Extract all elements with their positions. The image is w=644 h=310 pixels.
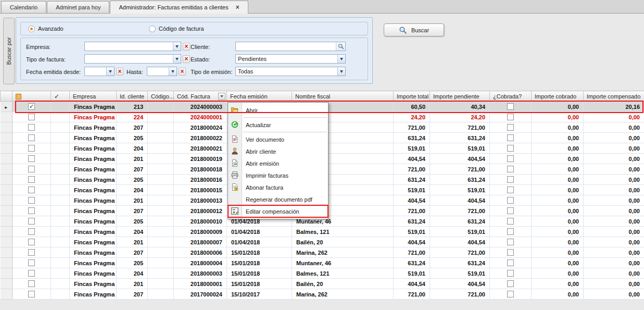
header-importe-cobrado[interactable]: Importe cobrado <box>532 91 584 102</box>
cell-cobrada[interactable] <box>490 247 532 258</box>
row-select-checkbox[interactable] <box>28 114 35 120</box>
row-select-cell[interactable] <box>12 268 51 279</box>
cobrada-checkbox[interactable] <box>507 228 514 235</box>
header-nombre-fiscal[interactable]: Nombre fiscal <box>292 91 394 102</box>
cell-cobrada[interactable] <box>490 258 532 268</box>
header-importe-compensado[interactable]: Importe compensado <box>584 91 644 102</box>
cobrada-checkbox[interactable] <box>507 270 514 277</box>
buscar-por-sidebar[interactable]: Buscar por <box>3 18 15 84</box>
radio-codigo-factura[interactable] <box>149 26 156 32</box>
menu-item-editar-compensación[interactable]: Editar compensación <box>228 205 328 217</box>
table-row[interactable]: Fincas Pragma201201800000701/04/2018Bail… <box>1 237 644 247</box>
table-row[interactable]: Fincas Pragma207201800000615/01/2018Mari… <box>1 247 644 258</box>
tipo-emision-combo[interactable]: Todas <box>235 67 346 76</box>
row-selector-cell[interactable] <box>1 216 12 227</box>
hasta-clear-button[interactable]: × <box>179 68 186 76</box>
cell-cobrada[interactable] <box>490 143 532 154</box>
tab-adminet-para-hoy[interactable]: Adminet para hoy <box>47 1 109 13</box>
cell-cobrada[interactable] <box>490 237 532 247</box>
row-select-cell[interactable] <box>12 279 51 289</box>
row-selector-cell[interactable] <box>1 175 12 185</box>
menu-item-ver-documento[interactable]: Ver documento <box>228 133 328 145</box>
menu-item-actualizar[interactable]: Actualizar <box>228 119 328 131</box>
cliente-input[interactable] <box>235 42 346 51</box>
row-selector-cell[interactable] <box>1 154 12 164</box>
empresa-combo[interactable] <box>84 42 181 51</box>
cell-cobrada[interactable] <box>490 164 532 175</box>
cell-cobrada[interactable] <box>490 175 532 185</box>
menu-item-abrir[interactable]: Abrir... <box>228 104 328 116</box>
cobrada-checkbox[interactable] <box>507 291 514 297</box>
cell-cobrada[interactable] <box>490 102 532 112</box>
table-row[interactable]: Fincas Pragma207201700002415/10/2017Mari… <box>1 289 644 300</box>
row-select-cell[interactable] <box>12 195 51 206</box>
cell-cobrada[interactable] <box>490 154 532 164</box>
row-select-cell[interactable] <box>12 112 51 122</box>
row-select-cell[interactable] <box>12 175 51 185</box>
row-select-checkbox[interactable] <box>28 166 35 172</box>
cobrada-checkbox[interactable] <box>507 187 514 193</box>
cell-cobrada[interactable] <box>490 279 532 289</box>
row-selector-cell[interactable] <box>1 237 12 247</box>
row-select-cell[interactable] <box>12 206 51 216</box>
row-select-checkbox[interactable] <box>28 228 35 235</box>
row-select-checkbox[interactable] <box>28 270 35 277</box>
header-check-column[interactable]: ✓ <box>51 91 70 102</box>
row-selector-cell[interactable] <box>1 133 12 143</box>
cell-cobrada[interactable] <box>490 227 532 237</box>
tab-calendario[interactable]: Calendario <box>1 1 46 13</box>
row-select-checkbox[interactable] <box>28 280 35 287</box>
filter-dropdown-icon[interactable] <box>218 93 225 100</box>
cobrada-checkbox[interactable] <box>507 103 514 110</box>
row-select-checkbox[interactable] <box>28 259 35 266</box>
cell-cobrada[interactable] <box>490 289 532 300</box>
row-select-checkbox[interactable] <box>28 291 35 297</box>
row-selector-cell[interactable] <box>1 268 12 279</box>
cobrada-checkbox[interactable] <box>507 259 514 266</box>
row-select-cell[interactable] <box>12 227 51 237</box>
row-selector-cell[interactable] <box>1 164 12 175</box>
row-selector-cell[interactable] <box>1 289 12 300</box>
row-select-cell[interactable] <box>12 133 51 143</box>
tipo-factura-clear-button[interactable]: × <box>183 55 190 63</box>
row-select-cell[interactable] <box>12 122 51 133</box>
chevron-down-icon[interactable] <box>337 67 345 76</box>
menu-item-abrir-cliente[interactable]: Abrir cliente <box>228 145 328 157</box>
cell-cobrada[interactable] <box>490 268 532 279</box>
row-select-cell[interactable] <box>12 258 51 268</box>
menu-item-imprimir-facturas[interactable]: Imprimir facturas <box>228 169 328 181</box>
row-select-cell[interactable] <box>12 237 51 247</box>
header-select-all[interactable] <box>12 91 51 102</box>
row-select-cell[interactable] <box>12 143 51 154</box>
cell-cobrada[interactable] <box>490 216 532 227</box>
row-select-checkbox[interactable] <box>28 187 35 193</box>
row-select-checkbox[interactable] <box>28 218 35 225</box>
buscar-button[interactable]: Buscar <box>384 23 444 36</box>
cobrada-checkbox[interactable] <box>507 176 514 183</box>
cell-cobrada[interactable] <box>490 195 532 206</box>
chevron-down-icon[interactable] <box>173 55 181 63</box>
row-select-checkbox[interactable] <box>28 124 35 131</box>
hasta-combo[interactable] <box>147 67 177 76</box>
cobrada-checkbox[interactable] <box>507 218 514 225</box>
row-selector-cell[interactable] <box>1 279 12 289</box>
cobrada-checkbox[interactable] <box>507 197 514 204</box>
row-selector-cell[interactable] <box>1 206 12 216</box>
header-importe-total[interactable]: Importe total <box>394 91 430 102</box>
chevron-down-icon[interactable] <box>106 67 114 76</box>
empresa-clear-button[interactable]: × <box>183 43 190 51</box>
table-row[interactable]: Fincas Pragma204201800000315/01/2018Balm… <box>1 268 644 279</box>
row-select-cell[interactable] <box>12 164 51 175</box>
cobrada-checkbox[interactable] <box>507 114 514 120</box>
tipo-factura-combo[interactable] <box>84 54 181 64</box>
fecha-desde-combo[interactable] <box>84 67 115 76</box>
row-selector-cell[interactable] <box>1 258 12 268</box>
row-selector-cell[interactable] <box>1 247 12 258</box>
row-select-checkbox[interactable] <box>28 249 35 256</box>
row-select-checkbox[interactable] <box>28 155 35 162</box>
cell-cobrada[interactable] <box>490 206 532 216</box>
header-cobrada[interactable]: ¿Cobrada? <box>490 91 532 102</box>
close-tab-icon[interactable]: × <box>236 5 239 10</box>
cobrada-checkbox[interactable] <box>507 134 514 141</box>
row-selector-cell[interactable] <box>1 112 12 122</box>
